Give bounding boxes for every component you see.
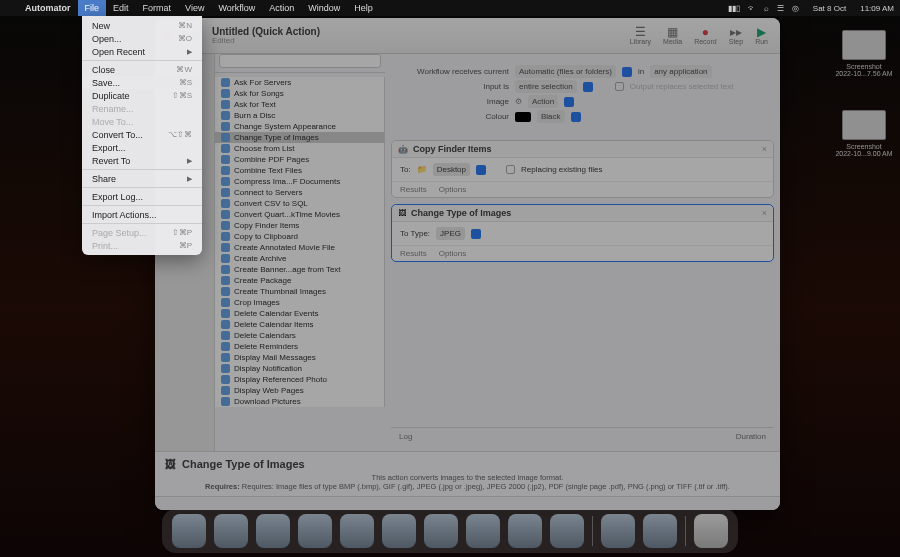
type-popup[interactable]: JPEG [436, 227, 465, 240]
action-list-item[interactable]: Display Notification [215, 363, 384, 374]
options-tab[interactable]: Options [439, 185, 467, 194]
action-list-item[interactable]: Display Referenced Photo [215, 374, 384, 385]
action-list-item[interactable]: Convert Quart...kTime Movies [215, 209, 384, 220]
action-menu[interactable]: Action [262, 0, 301, 16]
action-list-item[interactable]: Ask for Text [215, 99, 384, 110]
trash-icon[interactable] [694, 514, 728, 548]
control-center-icon[interactable]: ☰ [777, 4, 784, 13]
action-list-item[interactable]: Delete Reminders [215, 341, 384, 352]
action-list[interactable]: Ask For ServersAsk for SongsAsk for Text… [215, 77, 385, 407]
menu-item[interactable]: Save...⌘S [82, 76, 202, 89]
menu-item[interactable]: Convert To...⌥⇧⌘ [82, 128, 202, 141]
search-icon[interactable]: ⌕ [764, 4, 769, 13]
desktop-file[interactable]: Screenshot 2022-10...9.00 AM [834, 110, 894, 157]
action-list-item[interactable]: Create Archive [215, 253, 384, 264]
receives-popup[interactable]: Automatic (files or folders) [515, 65, 616, 78]
format-menu[interactable]: Format [136, 0, 179, 16]
maps-icon[interactable] [256, 514, 290, 548]
settings-icon[interactable] [550, 514, 584, 548]
output-replace-checkbox[interactable] [615, 82, 624, 91]
menu-item[interactable]: New⌘N [82, 19, 202, 32]
edit-menu[interactable]: Edit [106, 0, 136, 16]
action-list-item[interactable]: Delete Calendar Events [215, 308, 384, 319]
action-list-item[interactable]: Display Mail Messages [215, 352, 384, 363]
close-icon[interactable]: × [762, 208, 767, 218]
action-list-item[interactable]: Create Package [215, 275, 384, 286]
action-list-item[interactable]: Delete Calendars [215, 330, 384, 341]
app-menu[interactable]: Automator [18, 0, 78, 16]
menu-item[interactable]: Revert To▶ [82, 154, 202, 167]
close-icon[interactable]: × [762, 144, 767, 154]
app-popup[interactable]: any application [650, 65, 711, 78]
destination-popup[interactable]: Desktop [433, 163, 470, 176]
action-card-change-type[interactable]: 🖼Change Type of Images× To Type:JPEG Res… [391, 204, 774, 262]
replace-checkbox[interactable] [506, 165, 515, 174]
action-list-item[interactable]: Compress Ima...F Documents [215, 176, 384, 187]
image-popup[interactable]: Action [528, 95, 558, 108]
action-list-item[interactable]: Create Thumbnail Images [215, 286, 384, 297]
menu-item[interactable]: Share▶ [82, 172, 202, 185]
file-menu[interactable]: File [78, 0, 107, 16]
action-list-item[interactable]: Copy to Clipboard [215, 231, 384, 242]
input-popup[interactable]: entire selection [515, 80, 577, 93]
action-list-item[interactable]: Crop Images [215, 297, 384, 308]
view-menu[interactable]: View [178, 0, 211, 16]
wifi-icon: ᯤ [748, 4, 756, 13]
action-list-item[interactable]: Ask For Servers [215, 77, 384, 88]
step-button[interactable]: ▸▸Step [725, 26, 747, 45]
action-list-item[interactable]: Combine PDF Pages [215, 154, 384, 165]
menu-item[interactable]: Duplicate⇧⌘S [82, 89, 202, 102]
dock-app-icon[interactable] [643, 514, 677, 548]
clock-date: Sat 8 Oct [813, 4, 846, 13]
search-input[interactable] [219, 54, 381, 68]
results-tab[interactable]: Results [400, 249, 427, 258]
finder-icon[interactable] [172, 514, 206, 548]
menu-item[interactable]: Open...⌘O [82, 32, 202, 45]
record-button[interactable]: ●Record [690, 26, 721, 45]
dock-app-icon[interactable] [601, 514, 635, 548]
siri-icon[interactable]: ◎ [792, 4, 799, 13]
help-menu[interactable]: Help [347, 0, 380, 16]
workflow-menu[interactable]: Workflow [211, 0, 262, 16]
menu-item[interactable]: Import Actions... [82, 208, 202, 221]
menu-item[interactable]: Open Recent▶ [82, 45, 202, 58]
colour-popup[interactable]: Black [537, 110, 565, 123]
library-button[interactable]: ☰Library [626, 26, 655, 45]
action-list-item[interactable]: Create Annotated Movie File [215, 242, 384, 253]
dock[interactable] [162, 509, 738, 553]
automator-window: Untitled (Quick Action) Edited ☰Library … [155, 18, 780, 510]
window-menu[interactable]: Window [301, 0, 347, 16]
media-button[interactable]: ▦Media [659, 26, 686, 45]
action-list-item[interactable]: Combine Text Files [215, 165, 384, 176]
action-card-copy-finder[interactable]: 🤖Copy Finder Items× To:📁DesktopReplacing… [391, 140, 774, 198]
menu-item[interactable]: Close⌘W [82, 63, 202, 76]
action-list-item[interactable]: Ask for Songs [215, 88, 384, 99]
action-list-item[interactable]: Choose from List [215, 143, 384, 154]
action-list-item[interactable]: Connect to Servers [215, 187, 384, 198]
action-list-item[interactable]: Change System Appearance [215, 121, 384, 132]
desktop-file[interactable]: Screenshot 2022-10...7.56 AM [834, 30, 894, 77]
action-list-item[interactable]: Convert CSV to SQL [215, 198, 384, 209]
brave-icon[interactable] [424, 514, 458, 548]
titlebar: Untitled (Quick Action) Edited ☰Library … [155, 18, 780, 54]
results-tab[interactable]: Results [400, 185, 427, 194]
notes-icon[interactable] [382, 514, 416, 548]
stocks-icon[interactable] [298, 514, 332, 548]
file-menu-dropdown[interactable]: New⌘NOpen...⌘OOpen Recent▶Close⌘WSave...… [82, 16, 202, 255]
launchpad-icon[interactable] [214, 514, 248, 548]
action-list-item[interactable]: Burn a Disc [215, 110, 384, 121]
action-list-item[interactable]: Copy Finder Items [215, 220, 384, 231]
action-list-item[interactable]: Display Web Pages [215, 385, 384, 396]
action-list-item[interactable]: Change Type of Images [215, 132, 384, 143]
action-list-item[interactable]: Create Banner...age from Text [215, 264, 384, 275]
run-button[interactable]: ▶Run [751, 26, 772, 45]
photos-icon[interactable] [340, 514, 374, 548]
options-tab[interactable]: Options [439, 249, 467, 258]
action-list-item[interactable]: Delete Calendar Items [215, 319, 384, 330]
action-list-item[interactable]: Download Pictures [215, 396, 384, 407]
colour-swatch[interactable] [515, 112, 531, 122]
chrome-icon[interactable] [466, 514, 500, 548]
menu-item[interactable]: Export Log... [82, 190, 202, 203]
appstore-icon[interactable] [508, 514, 542, 548]
menu-item[interactable]: Export... [82, 141, 202, 154]
